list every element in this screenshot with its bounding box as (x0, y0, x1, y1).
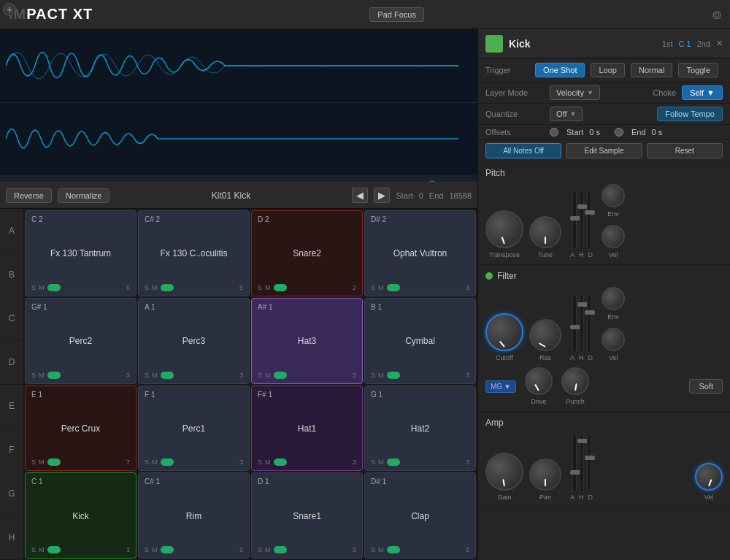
pad-s-0[interactable]: S (31, 284, 36, 291)
normalize-button[interactable]: Normalize (58, 188, 110, 203)
close-icon[interactable]: ✕ (716, 39, 723, 48)
pad-m-11[interactable]: M (378, 459, 384, 466)
filter-fader-h-track[interactable] (580, 294, 584, 353)
pad-1[interactable]: C# 2 Fx 130 C..oculitis S M 5 (138, 210, 250, 296)
pad-m-15[interactable]: M (378, 546, 384, 553)
pad-6[interactable]: A# 1 Hat3 S M 3 (251, 298, 363, 384)
prev-kit-button[interactable]: ◀ (352, 188, 368, 203)
edit-sample-button[interactable]: Edit Sample (566, 143, 642, 158)
pad-0[interactable]: C 2 Fx 130 Tantrum S M 5 (25, 210, 137, 296)
trigger-one-shot-button[interactable]: One Shot (535, 63, 585, 77)
pan-knob[interactable] (529, 459, 561, 491)
transpose-knob[interactable] (485, 210, 523, 248)
pad-toggle-12[interactable] (47, 546, 61, 553)
pad-s-12[interactable]: S (31, 546, 36, 553)
pad-toggle-9[interactable] (161, 459, 174, 466)
pad-14[interactable]: D 1 Snare1 S M 2 (251, 472, 363, 559)
filter-fader-a-track[interactable] (572, 294, 577, 353)
pad-m-0[interactable]: M (39, 284, 45, 291)
trigger-normal-button[interactable]: Normal (631, 63, 672, 77)
all-notes-off-button[interactable]: All Notes Off (485, 143, 561, 158)
drive-knob[interactable] (525, 367, 553, 395)
follow-tempo-button[interactable]: Follow Tempo (657, 107, 723, 121)
pad-s-6[interactable]: S (258, 372, 262, 379)
pad-7[interactable]: B 1 Cymbal S M 3 (364, 298, 476, 384)
pad-m-14[interactable]: M (265, 546, 271, 553)
pad-s-2[interactable]: S (258, 284, 262, 291)
amp-fader-a-track[interactable] (572, 434, 577, 492)
filter-vel-knob[interactable] (602, 328, 625, 351)
pad-15[interactable]: D# 1 Clap S M 2 (364, 472, 476, 559)
pad-m-1[interactable]: M (152, 284, 158, 291)
tune-knob[interactable] (529, 216, 561, 248)
trigger-loop-button[interactable]: Loop (591, 63, 624, 77)
pad-s-14[interactable]: S (258, 546, 262, 553)
pad-m-12[interactable]: M (39, 546, 45, 553)
pad-toggle-2[interactable] (274, 284, 287, 291)
pad-s-10[interactable]: S (258, 459, 262, 466)
filter-env-knob[interactable] (602, 287, 625, 310)
layer-mode-select[interactable]: Velocity ▼ (550, 85, 600, 100)
pad-5[interactable]: A 1 Perc3 S M 3 (138, 298, 250, 384)
choke-select[interactable]: Self ▼ (682, 85, 723, 100)
pad-m-9[interactable]: M (152, 459, 158, 466)
pad-2[interactable]: D 2 Snare2 S M 2 (251, 210, 363, 296)
gain-knob[interactable] (485, 453, 523, 491)
amp-fader-h-track[interactable] (580, 434, 584, 492)
pad-m-6[interactable]: M (265, 372, 271, 379)
pad-s-8[interactable]: S (31, 459, 36, 466)
pad-s-7[interactable]: S (371, 372, 375, 379)
pad-toggle-7[interactable] (387, 372, 400, 379)
pad-m-13[interactable]: M (152, 546, 158, 553)
mg-select[interactable]: MG ▼ (485, 380, 516, 393)
pad-4[interactable]: G# 1 Perc2 S M 3 (25, 298, 137, 384)
pad-s-3[interactable]: S (371, 284, 375, 291)
pad-m-3[interactable]: M (378, 284, 384, 291)
filter-fader-d-track[interactable] (587, 294, 591, 353)
pad-8[interactable]: E 1 Perc Crux S M 7 (25, 386, 137, 472)
next-kit-button[interactable]: ▶ (374, 188, 390, 203)
pad-s-15[interactable]: S (371, 546, 375, 553)
pad-s-5[interactable]: S (145, 372, 149, 379)
play-button[interactable]: ▶ (6, 181, 12, 183)
pad-s-4[interactable]: S (31, 372, 36, 379)
pad-s-9[interactable]: S (145, 459, 149, 466)
pad-9[interactable]: F 1 Perc1 S M 3 (138, 386, 250, 472)
pad-toggle-1[interactable] (161, 284, 174, 291)
reset-button[interactable]: Reset (647, 143, 723, 158)
pad-13[interactable]: C# 1 Rim S M 2 (138, 472, 250, 559)
amp-fader-d-track[interactable] (587, 434, 591, 492)
reverse-button[interactable]: Reverse (6, 188, 52, 203)
quantize-select[interactable]: Off ▼ (550, 107, 583, 121)
pad-3[interactable]: D# 2 Ophat Vultron S M 3 (364, 210, 476, 296)
pad-toggle-14[interactable] (274, 546, 287, 553)
pad-m-10[interactable]: M (265, 459, 271, 466)
pitch-fader-d-track[interactable] (587, 191, 591, 250)
cutoff-knob[interactable] (485, 313, 523, 351)
pad-focus-button[interactable]: Pad Focus (369, 7, 424, 22)
pad-m-8[interactable]: M (39, 459, 45, 466)
trigger-toggle-button[interactable]: Toggle (678, 63, 718, 77)
pad-toggle-10[interactable] (274, 459, 287, 466)
pad-m-5[interactable]: M (152, 372, 158, 379)
pad-toggle-3[interactable] (387, 284, 400, 291)
pad-toggle-15[interactable] (387, 546, 400, 553)
pad-m-7[interactable]: M (378, 372, 384, 379)
pad-m-2[interactable]: M (265, 284, 271, 291)
add-pad-button[interactable]: + (3, 3, 16, 16)
pad-10[interactable]: F# 1 Hat1 S M 3 (251, 386, 363, 472)
soft-button[interactable]: Soft (689, 379, 723, 394)
pad-s-11[interactable]: S (371, 459, 375, 466)
pitch-fader-a-track[interactable] (572, 191, 577, 250)
pad-12[interactable]: C 1 Kick S M 1 (25, 472, 137, 559)
res-knob[interactable] (529, 319, 561, 351)
volume-slider[interactable] (403, 180, 461, 183)
pad-s-13[interactable]: S (145, 546, 149, 553)
pad-toggle-5[interactable] (161, 372, 174, 379)
pad-toggle-11[interactable] (387, 459, 400, 466)
pad-toggle-4[interactable] (47, 372, 61, 379)
pad-toggle-13[interactable] (161, 546, 174, 553)
pad-toggle-0[interactable] (47, 284, 61, 291)
pad-m-4[interactable]: M (39, 372, 45, 379)
pitch-vel-knob[interactable] (602, 225, 625, 248)
